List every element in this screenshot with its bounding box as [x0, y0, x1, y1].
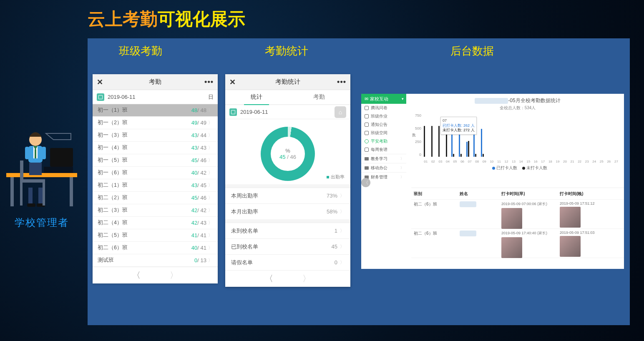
class-name: 初一（3）班	[98, 132, 191, 139]
next-icon[interactable]: 〉	[302, 273, 311, 284]
y-axis-ticks: 7505002500	[413, 113, 421, 157]
donut-center: % 45 / 46	[271, 137, 305, 171]
sidebar-item[interactable]: 每周食谱	[361, 145, 406, 154]
class-row[interactable]: 初二（4）班42/ 43〉	[93, 217, 218, 229]
svg-rect-2	[70, 177, 73, 206]
chart-area: -05月全校考勤数据统计 全校总人数：534人 人数 7505002500 01…	[411, 94, 624, 171]
class-name: 初二（5）班	[98, 232, 191, 239]
class-row[interactable]: 初一（1）班48/ 48〉	[93, 104, 218, 117]
class-name: 初二（4）班	[98, 219, 191, 226]
sidebar-item-icon	[365, 106, 369, 110]
home-icon[interactable]: ⌂	[335, 106, 346, 118]
close-icon[interactable]: ✕	[229, 78, 236, 87]
sidebar-item[interactable]: 腾讯问卷	[361, 104, 406, 112]
sidebar-item[interactable]: 平安考勤	[361, 137, 406, 145]
th-early: 打卡时间(早)	[499, 191, 557, 197]
stat-arrived[interactable]: 已到校名单45〉	[225, 238, 350, 254]
admin-illustration: 学校管理者	[4, 125, 79, 229]
class-row[interactable]: 初一（3）班43/ 44〉	[93, 129, 218, 142]
folder-icon	[365, 157, 369, 160]
sidebar-item-icon	[365, 114, 369, 118]
class-row[interactable]: 初二（2）班45/ 46〉	[93, 192, 218, 204]
th-name: 姓名	[457, 191, 499, 197]
calendar-icon	[229, 108, 237, 116]
svg-rect-1	[10, 177, 14, 206]
class-row[interactable]: 初二（6）班40/ 41〉	[93, 242, 218, 254]
table-row[interactable]: 初二（6）班 2019-05-09 07:00:06 (家长) 2019-05-…	[411, 200, 624, 229]
next-icon[interactable]: 〉	[170, 270, 178, 281]
class-name: 初一（6）班	[98, 169, 191, 176]
class-row[interactable]: 初二（3）班42/ 42〉	[93, 204, 218, 217]
class-row[interactable]: 初二（1）班43/ 45〉	[93, 179, 218, 192]
prev-icon[interactable]: 〈	[132, 270, 141, 281]
svg-rect-11	[29, 163, 42, 175]
page-title-part2: 可视化展示	[158, 9, 245, 29]
phone2-header: ✕ 考勤统计 •••	[225, 74, 350, 90]
class-row[interactable]: 初一（6）班40/ 42〉	[93, 167, 218, 179]
attendance-table: 班别 姓名 打卡时间(早) 打卡时间(晚) 初二（6）班 2019-05-09 …	[411, 188, 624, 258]
chart-tooltip: 07 已打卡人数: 262 人 未打卡人数: 272 人	[440, 117, 477, 135]
page-title-part1: 云上考勤	[88, 9, 158, 29]
sidebar-item[interactable]: 班级空间	[361, 129, 406, 137]
sidebar-header[interactable]: ✉ 家校互动▾	[361, 94, 406, 104]
svg-rect-9	[25, 147, 29, 159]
chart-legend: 已打卡人数 未打卡人数	[411, 165, 624, 171]
class-name: 初一（2）班	[98, 119, 191, 126]
class-name: 初一（5）班	[98, 157, 191, 164]
chart-subtitle: 全校总人数：534人	[411, 105, 624, 111]
svg-rect-14	[27, 203, 35, 207]
phone1-date: 2019-06-11	[108, 94, 208, 100]
x-axis-ticks: 0102030405060708091011121314151617181920…	[422, 160, 620, 163]
close-icon[interactable]: ✕	[97, 78, 103, 87]
collapse-sidebar-icon[interactable]: 〈	[361, 178, 370, 187]
calendar-icon	[97, 93, 104, 101]
th-class: 班别	[411, 191, 457, 197]
stat-month[interactable]: 本月出勤率58%〉	[225, 203, 350, 219]
chart-title: -05月全校考勤数据统计	[411, 97, 624, 104]
phone-class-attendance: ✕ 考勤 ••• 2019-06-11 日 初一（1）班48/ 48〉初一（2）…	[93, 74, 218, 283]
class-name: 初一（1）班	[98, 107, 191, 114]
phone-attendance-stats: ✕ 考勤统计 ••• 统计 考勤 2019-06-11 ⌂ % 45 / 46 …	[225, 74, 350, 287]
phone2-date-row[interactable]: 2019-06-11 ⌂	[225, 105, 350, 119]
svg-rect-17	[20, 179, 45, 183]
more-icon[interactable]: •••	[337, 78, 346, 86]
sidebar: ✉ 家校互动▾ 腾讯问卷班级作业通知公告班级空间平安考勤每周食谱 教务学习〉移动…	[361, 94, 406, 181]
stat-absent[interactable]: 未到校名单1〉	[225, 223, 350, 238]
stat-week[interactable]: 本周出勤率73%〉	[225, 188, 350, 203]
backend-dashboard: ✉ 家校互动▾ 腾讯问卷班级作业通知公告班级空间平安考勤每周食谱 教务学习〉移动…	[361, 94, 624, 269]
svg-rect-4	[44, 167, 73, 173]
donut-numbers: 45 / 46	[279, 154, 296, 160]
sidebar-item-icon	[365, 148, 369, 152]
svg-rect-16	[20, 160, 23, 181]
sidebar-group[interactable]: 移动办公〉	[361, 163, 406, 172]
sidebar-item[interactable]: 班级作业	[361, 112, 406, 120]
sidebar-group[interactable]: 教务学习〉	[361, 154, 406, 163]
sidebar-item-icon	[365, 139, 369, 143]
section-label-class: 班级考勤	[119, 44, 162, 58]
phone2-title: 考勤统计	[275, 78, 300, 86]
class-row[interactable]: 初一（4）班43/ 43〉	[93, 142, 218, 154]
stat-leave[interactable]: 请假名单0〉	[225, 254, 350, 270]
phone1-unit: 日	[208, 93, 214, 101]
class-row[interactable]: 初一（2）班49/ 49〉	[93, 117, 218, 129]
class-name: 初二（2）班	[98, 194, 191, 201]
class-row[interactable]: 初一（5）班45/ 46〉	[93, 154, 218, 167]
class-row[interactable]: 测试班0/ 13〉	[93, 254, 218, 267]
class-row[interactable]: 初二（5）班41/ 41〉	[93, 229, 218, 242]
class-name: 初二（1）班	[98, 182, 191, 189]
svg-rect-10	[42, 147, 46, 159]
svg-rect-13	[38, 188, 43, 204]
sidebar-item[interactable]: 通知公告	[361, 120, 406, 129]
phone1-date-row[interactable]: 2019-06-11 日	[93, 90, 218, 104]
svg-rect-12	[28, 188, 33, 204]
more-icon[interactable]: •••	[204, 78, 214, 86]
svg-rect-8	[35, 149, 36, 158]
prev-icon[interactable]: 〈	[265, 273, 273, 284]
tab-stats[interactable]: 统计	[225, 90, 288, 104]
tab-attend[interactable]: 考勤	[288, 90, 350, 104]
donut-legend: 出勤率	[327, 174, 345, 180]
photo-thumbnail	[560, 236, 581, 257]
sidebar-item-icon	[365, 131, 369, 135]
table-row[interactable]: 初二（6）班 2019-05-09 17:40:40 (家长) 2019-05-…	[411, 229, 624, 258]
class-name: 初二（3）班	[98, 207, 191, 214]
